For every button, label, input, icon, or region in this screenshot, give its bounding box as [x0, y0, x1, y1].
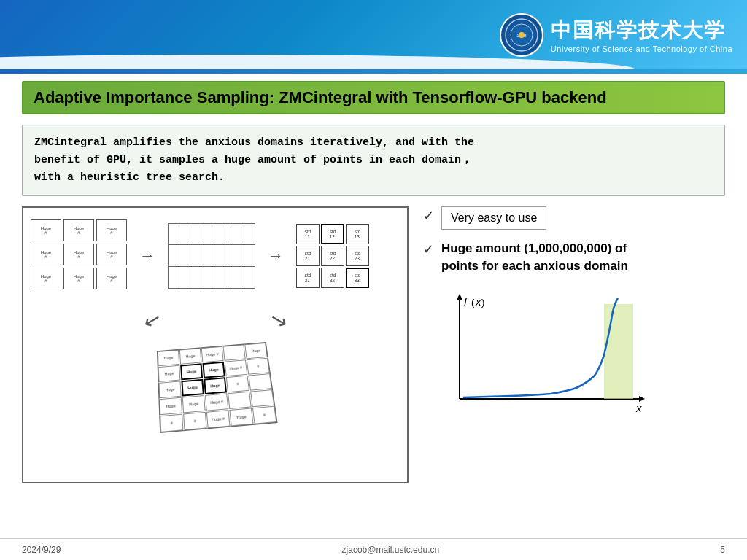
svg-text:f: f — [464, 295, 468, 308]
cell: Huge# — [96, 268, 127, 289]
std-cell-23: std23 — [346, 246, 369, 266]
std-cell-21: std21 — [296, 246, 320, 266]
std-cell-12: std12 — [321, 224, 344, 244]
easy-to-use-label: Very easy to use — [451, 211, 537, 224]
header-wave — [0, 55, 747, 69]
diagram-top: Huge# Huge# Huge# Huge# Huge# Huge# Huge… — [31, 219, 400, 292]
cell: Huge# — [96, 219, 127, 241]
title-bar: Adaptive Importance Sampling: ZMCintegra… — [22, 81, 725, 114]
easy-to-use-box: Very easy to use — [441, 206, 546, 230]
cell: Huge# — [63, 219, 94, 241]
checkmark-icon-2: ✓ — [423, 241, 434, 257]
rotated-grid: Huge Huge Huge # Huge Huge Huge Huge Hug… — [157, 342, 278, 433]
logo-english: University of Science and Technology of … — [551, 44, 732, 53]
logo-area: 1958 中国科学技术大学 University of Science and … — [500, 13, 732, 57]
std-cell-13: std13 — [346, 224, 369, 244]
svg-text:(: ( — [471, 297, 475, 308]
svg-text:x: x — [475, 295, 481, 308]
footer: 2024/9/29 zjacob@mail.ustc.edu.cn 5 — [0, 538, 747, 560]
rotated-inner: Huge Huge Huge # Huge Huge Huge Huge Hug… — [158, 343, 277, 432]
cell: Huge# — [63, 268, 94, 289]
content-row: Huge# Huge# Huge# Huge# Huge# Huge# Huge… — [22, 206, 725, 483]
svg-rect-13 — [604, 304, 633, 399]
svg-point-3 — [519, 32, 525, 38]
logo-circle: 1958 — [500, 13, 543, 57]
svg-marker-7 — [639, 396, 645, 402]
footer-page: 5 — [720, 545, 725, 555]
cell: Huge# — [31, 244, 61, 265]
cell: Huge# — [96, 244, 127, 265]
arrow-down-right: ↘ — [267, 306, 290, 334]
logo-text-area: 中国科学技术大学 University of Science and Techn… — [551, 17, 732, 53]
diagram-bottom: Huge Huge Huge # Huge Huge Huge Huge Hug… — [31, 343, 400, 428]
footer-email: zjacob@mail.ustc.edu.cn — [342, 545, 440, 555]
right-panel: ✓ Very easy to use ✓ Huge amount (1,000,… — [423, 206, 725, 421]
footer-date: 2024/9/29 — [22, 545, 61, 555]
description-box: ZMCintegral amplifies the anxious domain… — [22, 125, 725, 196]
svg-marker-6 — [457, 294, 462, 300]
cell: Huge# — [31, 219, 61, 241]
std-cell-22: std22 — [321, 246, 344, 266]
huge-amount-label: Huge amount (1,000,000,000) ofpoints for… — [441, 240, 628, 275]
main-content: Adaptive Importance Sampling: ZMCintegra… — [0, 74, 747, 483]
std-cell-33: std33 — [346, 268, 369, 288]
chart-svg: f ( x ) x — [430, 289, 649, 421]
diagram-box: Huge# Huge# Huge# Huge# Huge# Huge# Huge… — [22, 206, 409, 483]
std-cell-31: std31 — [296, 268, 320, 288]
arrow-right-2: → — [261, 247, 290, 265]
slide-title: Adaptive Importance Sampling: ZMCintegra… — [34, 88, 607, 106]
svg-text:): ) — [481, 297, 484, 308]
std-cell-32: std32 — [321, 268, 344, 288]
small-grid: Huge# Huge# Huge# Huge# Huge# Huge# Huge… — [31, 219, 127, 292]
check-item-1: ✓ Very easy to use — [423, 206, 725, 230]
cell: Huge# — [63, 244, 94, 265]
arrow-right-1: → — [133, 247, 162, 265]
logo-chinese: 中国科学技术大学 — [551, 17, 726, 44]
checkmark-icon-1: ✓ — [423, 208, 434, 224]
std-grid: std11 std12 std13 std21 std22 std23 std3… — [296, 224, 369, 288]
std-cell-11: std11 — [296, 224, 320, 244]
arrows-row: ↙ ↘ — [31, 303, 400, 336]
cell: Huge# — [31, 268, 61, 289]
check-item-2: ✓ Huge amount (1,000,000,000) ofpoints f… — [423, 240, 725, 275]
header: 1958 中国科学技术大学 University of Science and … — [0, 0, 747, 69]
arrow-down-left: ↙ — [141, 306, 163, 334]
chart-area: f ( x ) x — [423, 289, 725, 421]
tall-grid — [168, 223, 255, 289]
svg-text:x: x — [635, 402, 642, 414]
description-text: ZMCintegral amplifies the anxious domain… — [34, 136, 474, 184]
